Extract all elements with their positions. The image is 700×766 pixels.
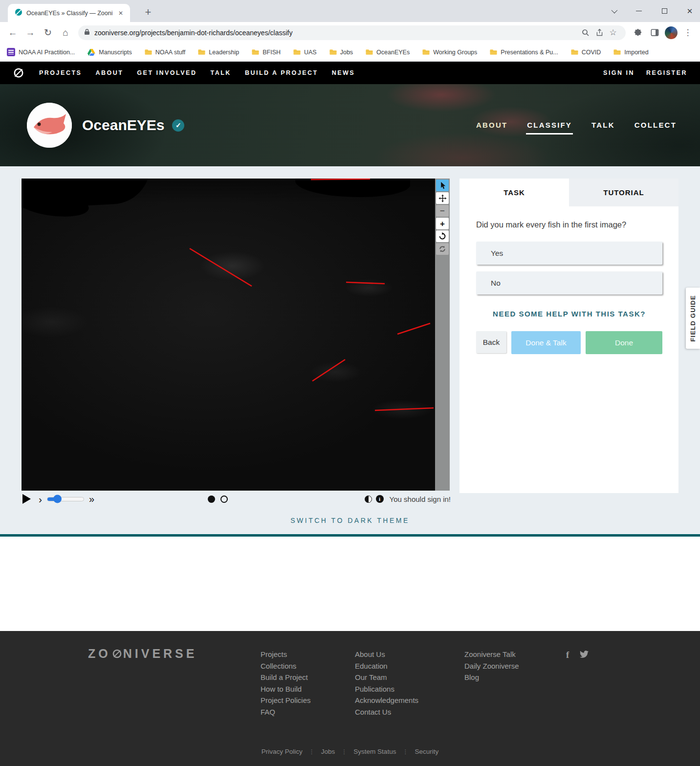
zoom-in-button[interactable]: +: [436, 218, 449, 229]
nav-build-a-project[interactable]: BUILD A PROJECT: [245, 69, 318, 76]
footer-link-acknowledgements[interactable]: Acknowledgements: [355, 695, 418, 706]
back-button[interactable]: Back: [476, 331, 506, 353]
browser-tab[interactable]: OceanEYEs » Classify — Zooniver ✕: [8, 4, 130, 22]
facebook-icon[interactable]: f: [566, 650, 569, 660]
reset-view-button[interactable]: [436, 243, 449, 255]
project-tab-talk[interactable]: TALK: [591, 116, 616, 135]
footer-link-projects[interactable]: Projects: [261, 649, 311, 660]
bookmark-star-icon[interactable]: ☆: [606, 27, 620, 38]
zoom-out-button[interactable]: −: [436, 205, 449, 217]
answer-yes[interactable]: Yes: [476, 242, 662, 265]
footer-link-faq[interactable]: FAQ: [261, 706, 311, 718]
sign-in-link[interactable]: SIGN IN: [603, 69, 634, 76]
subject-image[interactable]: [22, 179, 435, 491]
bookmark-working-groups[interactable]: Working Groups: [422, 48, 477, 56]
zooniverse-logo-icon[interactable]: [13, 67, 24, 79]
footer-link-blog[interactable]: Blog: [464, 672, 519, 683]
nav-projects[interactable]: PROJECTS: [39, 69, 82, 76]
tab-close-icon[interactable]: ✕: [116, 9, 125, 18]
answer-no[interactable]: No: [476, 271, 662, 294]
share-icon[interactable]: [592, 28, 606, 37]
speed-slider[interactable]: [47, 497, 84, 501]
frame-dot[interactable]: [220, 496, 228, 503]
done-button[interactable]: Done: [586, 331, 662, 354]
fish-mark-line[interactable]: [397, 323, 430, 334]
rotate-button[interactable]: [436, 230, 449, 242]
extensions-puzzle-icon[interactable]: [631, 25, 645, 40]
info-icon[interactable]: i: [376, 495, 384, 503]
bookmark-noaa-ai-practition[interactable]: NOAA AI Practition...: [7, 48, 75, 56]
footer-link-contact-us[interactable]: Contact Us: [355, 706, 418, 718]
footer-legal: Privacy Policy⋮Jobs⋮System Status⋮Securi…: [0, 748, 700, 755]
bookmark-label: Working Groups: [433, 49, 477, 56]
new-tab-button[interactable]: +: [141, 5, 155, 20]
done-and-talk-button[interactable]: Done & Talk: [511, 331, 581, 354]
footer-link-how-to-build[interactable]: How to Build: [261, 683, 311, 695]
window-maximize-button[interactable]: [661, 8, 668, 15]
footer-link-zooniverse-talk[interactable]: Zooniverse Talk: [464, 649, 519, 660]
profile-avatar[interactable]: [664, 25, 678, 40]
bookmark-noaa-stuff[interactable]: NOAA stuff: [145, 48, 186, 56]
select-tool-button[interactable]: [436, 180, 449, 191]
search-icon[interactable]: [579, 29, 592, 37]
footer-link-our-team[interactable]: Our Team: [355, 672, 418, 683]
footer-link-daily-zooniverse[interactable]: Daily Zooniverse: [464, 660, 519, 672]
legal-link-security[interactable]: Security: [415, 748, 438, 755]
slider-thumb[interactable]: [53, 495, 62, 503]
project-tab-about[interactable]: ABOUT: [475, 116, 508, 135]
footer-link-about-us[interactable]: About Us: [355, 649, 418, 660]
nav-news[interactable]: NEWS: [332, 69, 355, 76]
nav-about[interactable]: ABOUT: [95, 69, 123, 76]
browser-menu-icon[interactable]: ⋮: [680, 25, 695, 40]
bookmark-presentations-pu[interactable]: Presentations & Pu...: [490, 48, 558, 56]
frame-dot-active[interactable]: [208, 496, 215, 503]
project-tab-collect[interactable]: COLLECT: [634, 116, 678, 135]
invert-colors-icon[interactable]: [365, 496, 372, 503]
home-icon[interactable]: ⌂: [58, 25, 73, 41]
tab-tutorial[interactable]: TUTORIAL: [569, 179, 678, 206]
twitter-icon[interactable]: [580, 651, 589, 660]
bookmark-oceaneyes[interactable]: OceanEYEs: [366, 48, 410, 56]
window-menu-chevron-icon[interactable]: [610, 8, 617, 15]
task-help-link[interactable]: NEED SOME HELP WITH THIS TASK?: [476, 310, 662, 318]
window-minimize-button[interactable]: [635, 8, 642, 15]
legal-link-jobs[interactable]: Jobs: [321, 748, 335, 755]
nav-talk[interactable]: TALK: [210, 69, 231, 76]
register-link[interactable]: REGISTER: [646, 69, 687, 76]
bookmark-bfish[interactable]: BFISH: [252, 48, 281, 56]
nav-get-involved[interactable]: GET INVOLVED: [137, 69, 197, 76]
back-icon[interactable]: ←: [5, 25, 21, 41]
bookmark-leadership[interactable]: Leadership: [198, 48, 239, 56]
forward-icon[interactable]: →: [22, 25, 38, 41]
window-close-button[interactable]: ✕: [686, 8, 693, 15]
bookmark-uas[interactable]: UAS: [293, 48, 317, 56]
footer-link-collections[interactable]: Collections: [261, 660, 311, 672]
fish-mark-line[interactable]: [190, 248, 252, 286]
step-forward-icon[interactable]: ›: [39, 494, 42, 504]
legal-link-privacy-policy[interactable]: Privacy Policy: [262, 748, 303, 755]
footer-link-project-policies[interactable]: Project Policies: [261, 695, 311, 706]
legal-link-system-status[interactable]: System Status: [353, 748, 396, 755]
footer-link-build-a-project[interactable]: Build a Project: [261, 672, 311, 683]
footer-link-education[interactable]: Education: [355, 660, 418, 672]
project-tab-classify[interactable]: CLASSIFY: [526, 116, 573, 135]
pan-tool-button[interactable]: [436, 192, 449, 204]
bookmark-covid[interactable]: COVID: [571, 48, 601, 56]
tab-task[interactable]: TASK: [459, 179, 569, 206]
bookmark-imported[interactable]: Imported: [613, 48, 648, 56]
fish-mark-lines[interactable]: [22, 179, 435, 491]
bookmark-jobs[interactable]: Jobs: [329, 48, 353, 56]
fish-mark-line[interactable]: [346, 282, 385, 284]
footer-link-publications[interactable]: Publications: [355, 683, 418, 695]
play-button[interactable]: [22, 494, 31, 504]
bookmark-manuscripts[interactable]: Manuscripts: [88, 49, 131, 56]
fish-mark-line[interactable]: [375, 408, 434, 410]
field-guide-tab[interactable]: FIELD GUIDE: [686, 288, 700, 349]
fast-forward-icon[interactable]: »: [89, 494, 94, 504]
address-bar[interactable]: zooniverse.org/projects/benjamin-dot-ric…: [78, 25, 626, 40]
reload-icon[interactable]: ↻: [40, 25, 56, 41]
fish-mark-line[interactable]: [311, 179, 370, 180]
switch-theme-link[interactable]: SWITCH TO DARK THEME: [0, 517, 700, 524]
side-panel-icon[interactable]: [647, 25, 662, 40]
fish-mark-line[interactable]: [312, 360, 345, 381]
